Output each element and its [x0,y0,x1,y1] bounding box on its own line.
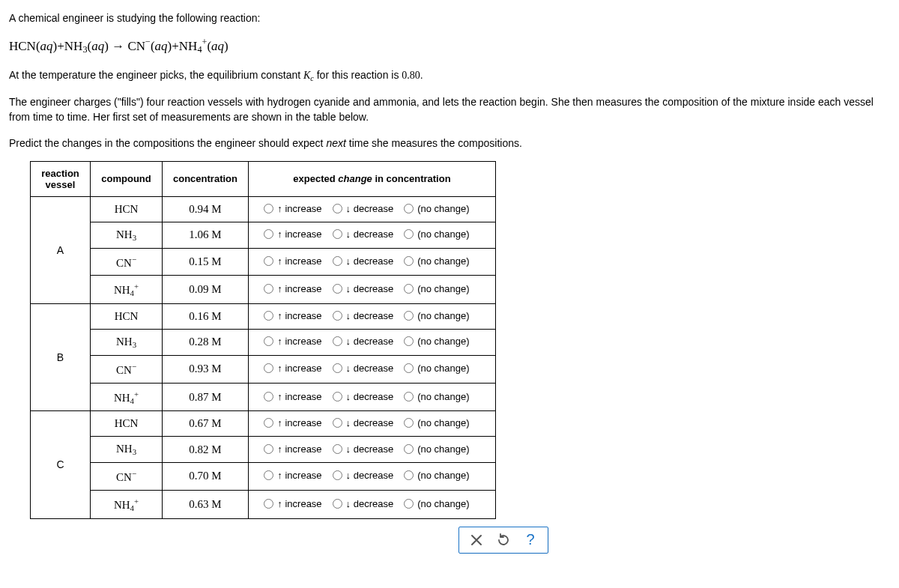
radio-input-nochange[interactable] [404,204,414,213]
table-row: CHCN0.67 M↑ increase↓ decrease(no change… [31,411,496,437]
change-cell: ↑ increase↓ decrease(no change) [248,276,495,304]
change-cell: ↑ increase↓ decrease(no change) [248,383,495,411]
radio-nochange[interactable]: (no change) [404,283,469,294]
radio-decrease[interactable]: ↓ decrease [333,336,394,347]
radio-nochange[interactable]: (no change) [404,255,469,267]
radio-input-increase[interactable] [264,311,273,321]
radio-input-increase[interactable] [264,499,273,509]
radio-increase[interactable]: ↑ increase [264,363,321,374]
clear-button[interactable] [470,532,483,548]
radio-input-decrease[interactable] [333,204,342,213]
reset-button[interactable] [497,532,510,548]
radio-decrease[interactable]: ↓ decrease [333,203,394,214]
radio-nochange[interactable]: (no change) [404,203,469,214]
radio-input-decrease[interactable] [333,336,342,346]
radio-input-nochange[interactable] [404,229,414,239]
radio-increase[interactable]: ↑ increase [264,336,321,347]
radio-input-nochange[interactable] [404,363,414,373]
radio-input-nochange[interactable] [404,256,414,266]
radio-input-decrease[interactable] [333,229,342,239]
radio-input-decrease[interactable] [333,444,342,454]
radio-decrease[interactable]: ↓ decrease [333,228,394,240]
radio-input-decrease[interactable] [333,363,342,373]
radio-input-nochange[interactable] [404,499,414,509]
concentration-cell: 0.15 M [163,248,249,276]
radio-input-nochange[interactable] [404,284,414,294]
radio-increase[interactable]: ↑ increase [264,417,321,428]
radio-label-text: (no change) [417,336,469,347]
radio-input-increase[interactable] [264,418,273,428]
radio-label-text: ↑ increase [277,228,321,240]
radio-input-decrease[interactable] [333,392,342,401]
change-cell: ↑ increase↓ decrease(no change) [248,411,495,437]
radio-nochange[interactable]: (no change) [404,310,469,321]
header-vessel: reactionvessel [31,161,91,196]
radio-input-increase[interactable] [264,256,273,266]
radio-nochange[interactable]: (no change) [404,363,469,374]
radio-input-increase[interactable] [264,284,273,294]
radio-input-increase[interactable] [264,204,273,213]
radio-increase[interactable]: ↑ increase [264,255,321,267]
radio-increase[interactable]: ↑ increase [264,203,321,214]
radio-input-decrease[interactable] [333,499,342,509]
radio-input-increase[interactable] [264,336,273,346]
compound-cell: HCN [91,411,163,437]
radio-decrease[interactable]: ↓ decrease [333,310,394,321]
table-row: NH4+0.63 M↑ increase↓ decrease(no change… [31,490,496,518]
radio-nochange[interactable]: (no change) [404,470,469,481]
radio-increase[interactable]: ↑ increase [264,228,321,240]
radio-input-nochange[interactable] [404,336,414,346]
radio-increase[interactable]: ↑ increase [264,470,321,481]
radio-input-decrease[interactable] [333,470,342,480]
radio-nochange[interactable]: (no change) [404,391,469,402]
table-row: NH4+0.09 M↑ increase↓ decrease(no change… [31,276,496,304]
radio-input-nochange[interactable] [404,470,414,480]
radio-decrease[interactable]: ↓ decrease [333,498,394,509]
radio-label-text: (no change) [417,417,469,428]
concentration-cell: 0.63 M [163,490,249,518]
radio-decrease[interactable]: ↓ decrease [333,363,394,374]
vessel-label-C: C [31,411,91,518]
radio-label-text: (no change) [417,391,469,402]
change-cell: ↑ increase↓ decrease(no change) [248,437,495,463]
intro-line-2: At the temperature the engineer picks, t… [9,67,890,84]
radio-input-nochange[interactable] [404,444,414,454]
radio-input-increase[interactable] [264,363,273,373]
radio-input-nochange[interactable] [404,392,414,401]
radio-increase[interactable]: ↑ increase [264,498,321,509]
radio-nochange[interactable]: (no change) [404,498,469,509]
concentration-cell: 0.28 M [163,330,249,356]
radio-input-nochange[interactable] [404,418,414,428]
intro-line-4: Predict the changes in the compositions … [9,136,890,151]
radio-decrease[interactable]: ↓ decrease [333,255,394,267]
radio-input-increase[interactable] [264,229,273,239]
radio-input-decrease[interactable] [333,284,342,294]
radio-input-decrease[interactable] [333,256,342,266]
radio-label-text: ↓ decrease [346,203,394,214]
radio-decrease[interactable]: ↓ decrease [333,417,394,428]
radio-nochange[interactable]: (no change) [404,228,469,240]
radio-decrease[interactable]: ↓ decrease [333,391,394,402]
change-cell: ↑ increase↓ decrease(no change) [248,330,495,356]
radio-label-text: ↓ decrease [346,443,394,455]
radio-decrease[interactable]: ↓ decrease [333,443,394,455]
radio-nochange[interactable]: (no change) [404,336,469,347]
radio-input-nochange[interactable] [404,311,414,321]
radio-decrease[interactable]: ↓ decrease [333,470,394,481]
radio-increase[interactable]: ↑ increase [264,310,321,321]
radio-input-decrease[interactable] [333,311,342,321]
help-button[interactable]: ? [524,532,537,548]
change-cell: ↑ increase↓ decrease(no change) [248,196,495,222]
radio-increase[interactable]: ↑ increase [264,443,321,455]
compound-cell: HCN [91,304,163,330]
radio-input-increase[interactable] [264,392,273,401]
radio-nochange[interactable]: (no change) [404,417,469,428]
radio-input-increase[interactable] [264,470,273,480]
radio-increase[interactable]: ↑ increase [264,283,321,294]
radio-nochange[interactable]: (no change) [404,443,469,455]
table-row: CN−0.70 M↑ increase↓ decrease(no change) [31,463,496,491]
radio-increase[interactable]: ↑ increase [264,391,321,402]
radio-input-decrease[interactable] [333,418,342,428]
radio-decrease[interactable]: ↓ decrease [333,283,394,294]
radio-input-increase[interactable] [264,444,273,454]
